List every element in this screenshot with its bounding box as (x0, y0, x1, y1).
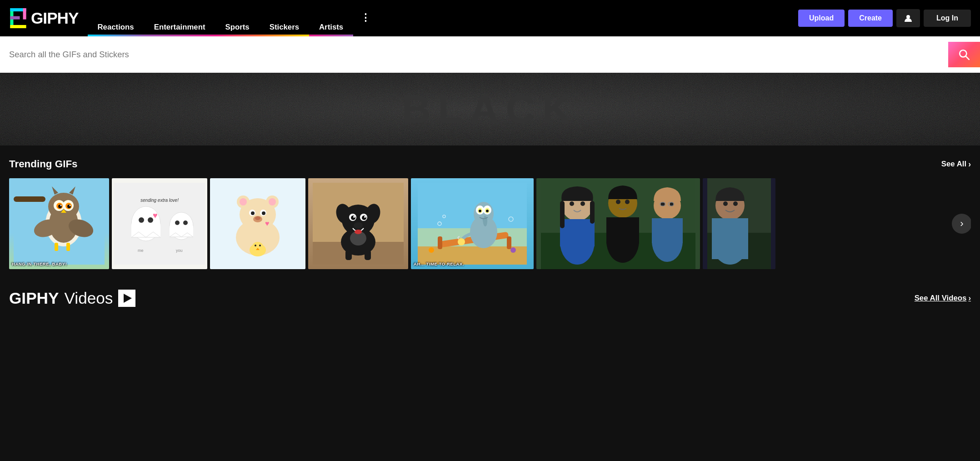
upload-button[interactable]: Upload (798, 10, 845, 27)
see-all-gifs-link[interactable]: See All › (941, 160, 971, 169)
nav-item-entertainment[interactable]: Entertainment (144, 0, 215, 36)
create-button[interactable]: Create (848, 10, 893, 27)
svg-rect-27 (66, 243, 70, 251)
svg-point-73 (353, 216, 355, 218)
login-button[interactable]: Log In (924, 10, 971, 27)
gif-caption-squidward: AH... TIME TO RELAX. (414, 261, 464, 266)
banner-text: BLACK (402, 86, 578, 132)
chevron-right-icon: › (968, 160, 971, 169)
see-all-videos-link[interactable]: See All Videos › (915, 294, 971, 303)
videos-header: GIPHY Videos See All Videos › (9, 289, 971, 307)
giphy-logo-icon (9, 8, 27, 28)
svg-point-74 (364, 216, 366, 218)
svg-rect-77 (345, 250, 352, 260)
svg-rect-110 (606, 217, 639, 244)
svg-point-38 (175, 220, 180, 225)
svg-rect-9 (14, 196, 45, 202)
svg-point-72 (362, 215, 366, 220)
gif-item-dog[interactable] (308, 178, 408, 269)
svg-text:♥: ♥ (265, 220, 270, 227)
svg-rect-78 (365, 250, 371, 260)
svg-point-93 (458, 238, 465, 246)
nav-item-stickers[interactable]: Stickers (260, 0, 309, 36)
svg-point-71 (351, 215, 355, 220)
svg-point-126 (733, 201, 738, 206)
play-triangle-icon (124, 294, 132, 303)
chevron-right-icon: › (968, 294, 971, 303)
logo-area[interactable]: GIPHY (9, 8, 79, 28)
videos-title: GIPHY Videos (9, 289, 135, 307)
svg-point-59 (259, 245, 261, 246)
search-input[interactable] (0, 43, 948, 66)
svg-rect-106 (560, 201, 565, 228)
svg-text:me: me (138, 248, 144, 253)
svg-point-58 (255, 245, 256, 246)
gif-bear-content: ♥ (210, 178, 305, 269)
search-button[interactable] (948, 42, 980, 67)
nav-more-button[interactable]: ⋮ (353, 0, 378, 36)
gif-caption-owl: HANG IN THERE, BABY! (12, 261, 67, 266)
next-arrow-button[interactable]: › (952, 214, 971, 234)
svg-rect-103 (560, 219, 595, 246)
search-container (0, 36, 980, 73)
gif-dog-content (308, 178, 408, 269)
trending-section: Trending GIFs See All › (0, 145, 980, 278)
svg-rect-84 (507, 236, 511, 249)
header: GIPHY Reactions Entertainment Sports Sti… (0, 0, 980, 36)
svg-point-112 (625, 200, 630, 204)
svg-line-7 (966, 56, 969, 60)
svg-rect-3 (10, 25, 26, 28)
svg-point-75 (354, 222, 363, 229)
gif-item-owl[interactable]: HANG IN THERE, BABY! (9, 178, 109, 269)
play-icon-button[interactable] (118, 290, 135, 307)
svg-point-39 (183, 220, 188, 225)
nav-item-reactions[interactable]: Reactions (88, 0, 144, 36)
svg-point-48 (240, 198, 247, 205)
svg-point-94 (429, 247, 434, 253)
gif-grid: HANG IN THERE, BABY! ♥ (9, 178, 971, 269)
gif-owl-content (9, 178, 109, 269)
svg-rect-4 (10, 16, 20, 20)
svg-rect-26 (55, 243, 58, 251)
svg-rect-83 (438, 236, 442, 249)
svg-point-53 (262, 211, 265, 215)
gif-squidward-content (411, 178, 534, 269)
search-input-wrap (0, 42, 980, 67)
banner: BLACK (0, 73, 980, 145)
svg-point-124 (712, 219, 748, 265)
svg-point-49 (269, 198, 276, 205)
svg-point-23 (60, 205, 62, 206)
gif-item-partial[interactable] (703, 178, 775, 269)
nav-item-artists[interactable]: Artists (309, 0, 353, 36)
videos-section: GIPHY Videos See All Videos › (0, 278, 980, 316)
videos-title-normal: Videos (65, 289, 113, 307)
svg-point-95 (510, 247, 516, 253)
svg-point-111 (616, 200, 620, 204)
svg-rect-2 (23, 8, 26, 20)
videos-giphy-bold: GIPHY (9, 289, 59, 307)
svg-rect-115 (652, 218, 683, 243)
gif-partial-content (703, 178, 775, 269)
gif-item-ghost[interactable]: ♥ me you sending extra love! (112, 178, 207, 269)
svg-point-52 (251, 211, 255, 215)
search-icon (958, 49, 970, 60)
gif-item-squidward[interactable]: AH... TIME TO RELAX. (411, 178, 534, 269)
trending-header: Trending GIFs See All › (9, 158, 971, 170)
svg-point-92 (486, 210, 489, 212)
svg-point-24 (70, 205, 71, 206)
svg-point-91 (479, 210, 481, 212)
nav-item-sports[interactable]: Sports (215, 0, 260, 36)
user-icon-button[interactable] (896, 9, 920, 27)
svg-point-104 (570, 201, 574, 206)
logo-text: GIPHY (31, 10, 79, 26)
trending-title: Trending GIFs (9, 158, 78, 170)
svg-point-125 (723, 201, 728, 206)
svg-text:you: you (176, 248, 183, 253)
svg-point-55 (255, 216, 260, 220)
svg-rect-107 (590, 201, 595, 224)
gif-item-bear[interactable]: ♥ (210, 178, 305, 269)
svg-text:♥: ♥ (153, 211, 158, 220)
gif-item-people[interactable] (536, 178, 700, 269)
header-right: Upload Create Log In (798, 9, 971, 27)
svg-point-5 (906, 15, 910, 19)
